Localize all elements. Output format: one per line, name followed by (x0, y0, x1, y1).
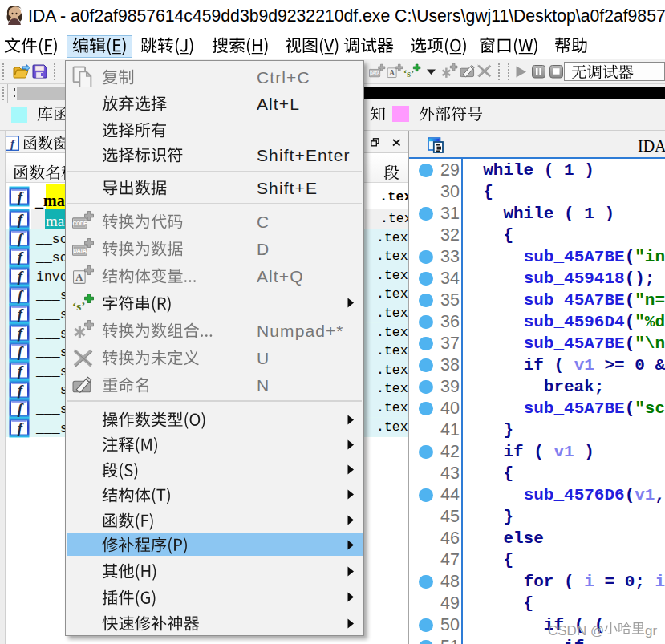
svg-text:DATA: DATA (370, 71, 380, 75)
svg-text:‘s’: ‘s’ (72, 298, 85, 312)
svg-text:A: A (75, 272, 83, 283)
svg-text:CODE: CODE (72, 221, 87, 226)
svg-text:A: A (389, 69, 395, 77)
svg-text:‘s’: ‘s’ (403, 68, 414, 79)
svg-text:DATA: DATA (73, 248, 87, 253)
